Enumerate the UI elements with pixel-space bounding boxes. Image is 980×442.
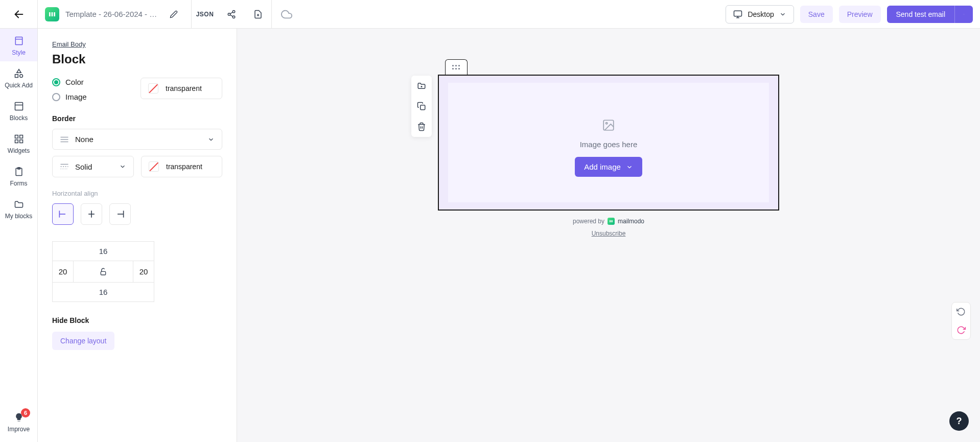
svg-rect-17	[15, 75, 18, 78]
help-button[interactable]: ?	[949, 411, 969, 431]
border-solid-icon	[60, 163, 69, 170]
svg-line-8	[230, 15, 232, 16]
email-wrapper: Image goes here Add image powered by mai…	[438, 59, 779, 237]
sidebar-nav: Style Quick Add Blocks Widgets Forms My …	[0, 29, 38, 442]
toolbar-left: Template - 26-06-2024 - 0... JSON	[0, 0, 301, 28]
trash-icon	[417, 122, 426, 131]
image-icon	[602, 119, 615, 132]
template-title: Template - 26-06-2024 - 0...	[65, 10, 157, 18]
svg-rect-22	[19, 135, 22, 138]
tool-group: JSON	[191, 0, 271, 28]
device-selector[interactable]: Desktop	[726, 5, 794, 24]
edit-title-button[interactable]	[164, 10, 184, 18]
nav-blocks[interactable]: Blocks	[0, 94, 37, 127]
svg-rect-42	[421, 105, 425, 110]
unsubscribe-link[interactable]: Unsubscribe	[438, 230, 779, 237]
note-add-icon	[253, 10, 263, 19]
chevron-down-icon	[119, 163, 126, 170]
add-image-button[interactable]: Add image	[575, 157, 642, 177]
border-none-select[interactable]: None	[52, 129, 222, 150]
padding-right-input[interactable]: 20	[133, 261, 154, 282]
notes-button[interactable]	[245, 0, 271, 28]
main-area: Style Quick Add Blocks Widgets Forms My …	[0, 29, 980, 442]
folder-icon	[14, 199, 24, 210]
border-style-select[interactable]: Solid	[52, 156, 134, 177]
breadcrumb-email-body[interactable]: Email Body	[52, 40, 86, 48]
padding-top-input[interactable]: 16	[53, 242, 154, 261]
widgets-icon	[14, 134, 24, 144]
block-duplicate-button[interactable]	[411, 96, 432, 117]
bg-image-radio[interactable]: Image	[52, 92, 87, 101]
border-none-icon	[60, 136, 69, 143]
image-placeholder: Image goes here Add image	[448, 83, 769, 202]
nav-improve[interactable]: 6 Improve	[0, 406, 37, 442]
svg-rect-46	[611, 220, 611, 222]
logo-icon	[48, 10, 56, 18]
background-section: Color Image transparent	[52, 78, 222, 101]
svg-line-7	[230, 12, 232, 13]
unlock-icon	[99, 268, 107, 276]
json-button[interactable]: JSON	[192, 0, 218, 28]
send-dropdown-button[interactable]	[954, 6, 973, 23]
align-center-button[interactable]	[81, 203, 102, 225]
chevron-down-icon	[963, 11, 965, 18]
block-drag-handle[interactable]	[445, 59, 468, 75]
selected-block[interactable]: Image goes here Add image	[438, 75, 779, 211]
align-left-icon	[58, 209, 68, 219]
nav-forms[interactable]: Forms	[0, 159, 37, 192]
svg-rect-45	[610, 220, 610, 222]
bg-color-input[interactable]: transparent	[141, 78, 222, 99]
svg-point-4	[232, 10, 235, 13]
title-area: Template - 26-06-2024 - 0...	[38, 7, 191, 21]
padding-lock-button[interactable]	[73, 261, 133, 282]
align-right-button[interactable]	[109, 203, 131, 225]
radio-unchecked-icon	[52, 93, 60, 101]
block-save-button[interactable]	[411, 76, 432, 96]
padding-left-input[interactable]: 20	[53, 261, 73, 282]
undo-button[interactable]	[952, 303, 970, 321]
clipboard-icon	[14, 167, 24, 177]
border-section-label: Border	[52, 114, 222, 123]
nav-quick-add[interactable]: Quick Add	[0, 61, 37, 94]
change-layout-button[interactable]: Change layout	[52, 332, 114, 350]
nav-style[interactable]: Style	[0, 29, 37, 61]
block-delete-button[interactable]	[411, 117, 432, 137]
redo-button[interactable]	[952, 321, 970, 339]
svg-rect-2	[52, 12, 53, 16]
svg-rect-24	[19, 140, 22, 143]
back-button[interactable]	[0, 0, 38, 28]
nav-widgets[interactable]: Widgets	[0, 127, 37, 159]
radio-checked-icon	[52, 78, 60, 86]
sync-status	[271, 0, 301, 28]
style-icon	[14, 36, 24, 46]
device-label: Desktop	[748, 10, 774, 18]
svg-rect-21	[15, 135, 18, 138]
block-toolbar	[411, 76, 432, 137]
nav-my-blocks[interactable]: My blocks	[0, 192, 37, 225]
pencil-icon	[170, 10, 178, 18]
transparent-swatch-icon	[148, 83, 158, 94]
halign-label: Horizontal align	[52, 190, 222, 197]
share-icon	[227, 10, 236, 19]
copy-icon	[417, 102, 426, 111]
bg-color-radio[interactable]: Color	[52, 78, 87, 86]
drag-dots-icon	[452, 65, 460, 70]
align-left-button[interactable]	[52, 203, 74, 225]
border-color-input[interactable]: transparent	[141, 156, 222, 177]
mailmodo-logo-icon	[608, 218, 615, 225]
svg-rect-39	[101, 271, 105, 275]
halign-row	[52, 203, 222, 225]
chevron-down-icon	[207, 136, 215, 143]
share-button[interactable]	[218, 0, 245, 28]
svg-point-5	[228, 13, 230, 15]
save-button[interactable]: Save	[800, 6, 833, 23]
improve-badge: 6	[21, 408, 30, 417]
redo-icon	[956, 325, 966, 335]
svg-rect-3	[54, 12, 55, 16]
svg-rect-11	[734, 11, 742, 16]
padding-bottom-input[interactable]: 16	[53, 283, 154, 301]
history-controls	[951, 302, 971, 340]
send-test-email-button[interactable]: Send test email	[887, 6, 955, 23]
placeholder-text: Image goes here	[580, 140, 638, 149]
preview-button[interactable]: Preview	[839, 6, 881, 23]
